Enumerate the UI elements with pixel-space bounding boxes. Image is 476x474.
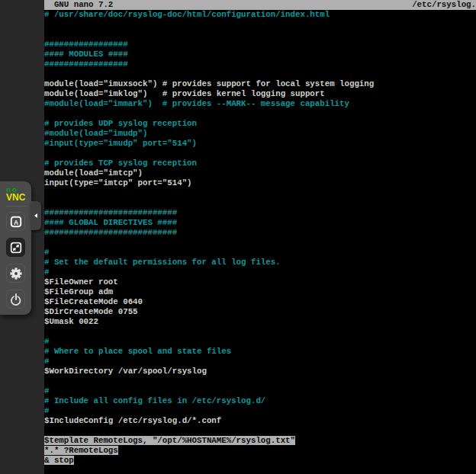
- svg-text:A: A: [13, 218, 18, 226]
